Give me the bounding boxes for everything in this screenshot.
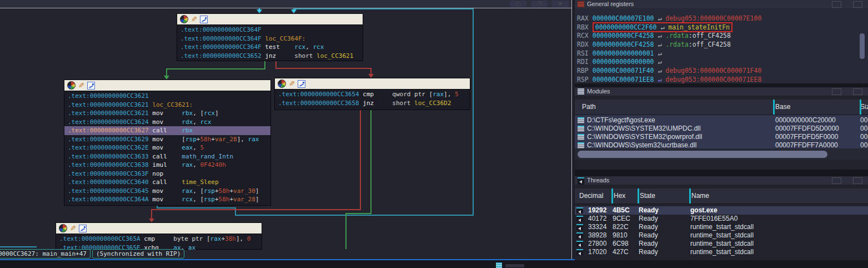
register-row-rdi[interactable]: RDI 0000000000000000 ↵ [575,58,868,67]
edge-incoming-top-arrowhead [257,9,262,13]
maximize-icon[interactable] [832,177,841,184]
float-icon[interactable] [853,88,862,95]
disasm-line[interactable]: .text:0000000000CC3645 mov rax, [rsp+58h… [64,187,270,196]
ida-debugger-window: ✎.text:0000000000CC364F.text:0000000000C… [0,0,868,268]
disassembly: .text:0000000000CC364F.text:0000000000CC… [177,25,363,60]
node-titlebar[interactable]: ✎ [275,78,470,90]
disasm-line[interactable]: .text:0000000000CC364F [177,26,363,34]
edit-pencil-icon[interactable]: ✎ [191,16,197,23]
node-titlebar[interactable]: ✎ [64,80,270,91]
modules-column-size[interactable]: Size [860,103,868,111]
threads-panel-title: Threads [587,177,609,183]
disasm-line[interactable]: .text:0000000000CC3621 loc_CC3621: [64,101,270,110]
threads-column-hex[interactable]: Hex [614,192,625,200]
color-wheel-icon[interactable] [278,80,286,88]
graph-chart-icon[interactable] [87,82,95,90]
thread-row[interactable]: 401729CECReady7FFE016E55A0 [575,215,868,223]
block-cc364f[interactable]: ✎.text:0000000000CC364F.text:0000000000C… [177,13,363,61]
register-row-rbp[interactable]: RBP 000000C000071F40 ↵ debug053:000000C0… [575,67,868,76]
threads-header[interactable]: DecimalHexStateName [575,188,868,204]
graph-view[interactable]: ✎.text:0000000000CC364F.text:0000000000C… [0,0,571,260]
maximize-icon[interactable] [832,1,841,8]
registers-icon [578,1,584,7]
disasm-line[interactable]: .text:0000000000CC364A mov rcx, [rsp+58h… [64,195,270,204]
disasm-line-current[interactable]: .text:0000000000CC3627 call rbx [64,126,270,135]
edit-pencil-icon[interactable]: ✎ [78,82,84,89]
graph-chart-icon[interactable] [200,16,208,23]
bottom-panel-icon[interactable] [496,262,502,268]
column-separator[interactable] [638,188,639,204]
disasm-line[interactable]: .text:0000000000CC364F loc_CC364F: [177,34,363,43]
block-cc3621[interactable]: ✎.text:0000000000CC3621.text:0000000000C… [64,80,271,206]
column-separator[interactable] [689,188,691,204]
register-row-rcx[interactable]: RCX 0000000000CF4258 ↵ .rdata:off_CF4258 [575,32,868,41]
disasm-line[interactable]: .text:0000000000CC363F nop [64,170,270,178]
follow-arrow-icon[interactable]: ↵ [654,14,665,22]
follow-arrow-icon[interactable]: ↵ [656,23,668,31]
module-row[interactable]: C:\WINDOWS\SYSTEM32\powrprof.dll00007FFD… [575,133,868,141]
registers-panel-titlebar[interactable]: General registers [575,0,868,8]
panel-gap [575,170,868,176]
thread-row[interactable]: 33324822CReadyruntime_tstart_stdcall [575,223,868,231]
disasm-line[interactable]: .text:0000000000CC3621 [64,92,270,101]
disasm-line[interactable]: .text:0000000000CC3658 jnz short loc_CC3… [275,99,470,108]
follow-arrow-icon[interactable]: ↵ [654,67,665,75]
color-wheel-icon[interactable] [180,15,188,23]
module-row[interactable]: C:\WINDOWS\System32\ucrtbase.dll00007FFD… [575,141,868,148]
column-separator[interactable] [860,100,861,115]
disasm-line[interactable]: .text:0000000000CC3638 imul rax, 0F4240h [64,161,270,170]
disasm-line[interactable]: .text:0000000000CC3621 mov rbx, [rcx] [64,109,270,118]
module-row[interactable]: D:\CTFs\egctf\gost.exe0000000000C2000000 [575,116,868,125]
maximize-icon[interactable] [832,88,841,95]
disasm-line[interactable]: .text:0000000000CC362E mov eax, 5 [64,143,270,152]
block-cc365a[interactable]: ✎.text:0000000000CC365A cmp byte ptr [ra… [56,222,262,250]
disasm-line[interactable]: .text:0000000000CC3629 mov [rsp+58h+var_… [64,135,270,144]
modules-header[interactable]: PathBaseSize [575,100,868,115]
block-cc3654[interactable]: ✎.text:0000000000CC3654 cmp qword ptr [r… [274,78,470,110]
modules-column-path[interactable]: Path [582,103,596,111]
follow-arrow-icon[interactable]: ↵ [654,76,665,83]
color-wheel-icon[interactable] [67,81,76,90]
thread-row[interactable]: 389289810Readyruntime_tstart_stdcall [575,231,868,240]
disasm-line[interactable]: .text:0000000000CC3624 mov rdx, rcx [64,118,270,127]
disasm-line[interactable]: .text:0000000000CC3640 call time_Sleep [64,178,270,187]
register-row-rbx[interactable]: RBX 0000000000CC2F60 ↵ main_stateInitFn [575,23,868,32]
thread-row[interactable]: 192924B5CReadygost.exe [575,206,868,215]
thread-row[interactable]: 17020427CReadyruntime_tstart_stdcall [575,248,868,256]
column-separator[interactable] [611,188,613,204]
node-titlebar[interactable]: ✎ [177,14,363,25]
threads-column-decimal[interactable]: Decimal [579,192,603,200]
threads-panel-titlebar[interactable]: Threads [575,176,868,185]
follow-arrow-icon[interactable]: ↵ [654,32,665,39]
disasm-line[interactable]: .text:0000000000CC3633 call math_rand_In… [64,152,270,161]
disasm-line[interactable]: .text:0000000000CC365A cmp byte ptr [rax… [56,235,262,244]
threads-column-name[interactable]: Name [691,192,709,200]
threads-column-state[interactable]: State [640,192,655,200]
disasm-line[interactable]: .text:0000000000CC3652 jnz short loc_CC3… [177,52,363,61]
edit-pencil-icon[interactable]: ✎ [289,80,295,87]
float-icon[interactable] [853,1,862,8]
modules-panel-titlebar[interactable]: Modules [575,87,868,96]
register-row-rdx[interactable]: RDX 0000000000CF4258 ↵ .rdata:off_CF4258 [575,41,868,49]
modules-column-base[interactable]: Base [775,103,790,111]
thread-row[interactable]: 278006C98Readyruntime_tstart_stdcall [575,240,868,248]
follow-arrow-icon[interactable]: ↵ [654,41,665,48]
modules-scrollbar[interactable] [578,151,827,158]
registers-scrollbar[interactable] [860,33,865,59]
disasm-line[interactable]: .text:0000000000CC364F test rcx, rcx [177,43,363,52]
color-wheel-icon[interactable] [59,224,67,232]
graph-chart-icon[interactable] [298,80,305,88]
follow-arrow-icon[interactable]: ↵ [654,49,665,57]
edit-pencil-icon[interactable]: ✎ [70,225,76,232]
disasm-line[interactable]: .text:0000000000CC3654 cmp qword ptr [ra… [275,90,470,99]
float-icon[interactable] [853,177,862,184]
registers-list[interactable]: RAX 000000C00007E100 ↵ debug053:000000C0… [575,8,868,90]
node-titlebar[interactable]: ✎ [56,223,262,234]
module-icon [578,142,584,148]
modules-list[interactable]: D:\CTFs\egctf\gost.exe0000000000C2000000… [575,115,868,148]
column-separator[interactable] [773,100,775,115]
graph-chart-icon[interactable] [79,225,87,232]
register-row-rsi[interactable]: RSI 0000000000000001 ↵ [575,49,868,58]
follow-arrow-icon[interactable]: ↵ [654,58,665,66]
module-row[interactable]: C:\WINDOWS\SYSTEM32\UMPDC.dll00007FFDFD5… [575,125,868,133]
